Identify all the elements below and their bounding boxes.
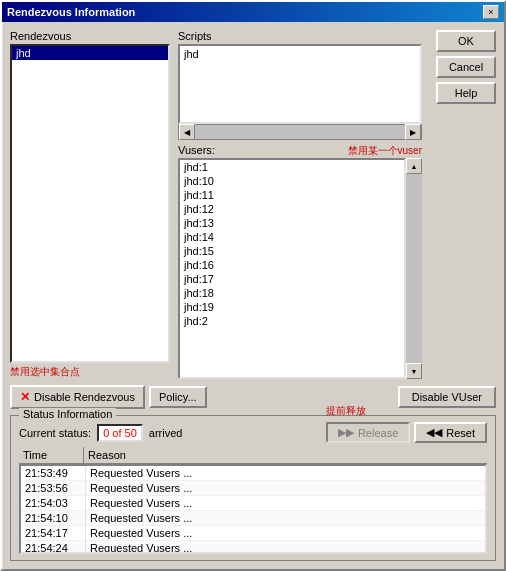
release-area: 提前释放 ▶▶ Release ◀◀ Reset: [326, 422, 487, 443]
disable-rendezvous-annotation: 禁用选中集合点: [10, 365, 170, 379]
title-bar-buttons: ×: [483, 5, 499, 19]
log-row: 21:54:17 Requested Vusers ...: [21, 526, 485, 541]
release-label: Release: [358, 427, 398, 439]
log-reason: Requested Vusers ...: [86, 481, 485, 495]
vusers-annotation: 禁用某一个vuser: [348, 144, 422, 158]
scroll-left-arrow[interactable]: ◀: [179, 124, 195, 140]
log-time: 21:54:17: [21, 526, 86, 540]
log-row: 21:54:10 Requested Vusers ...: [21, 511, 485, 526]
reset-label: Reset: [446, 427, 475, 439]
vscroll-down[interactable]: ▼: [406, 363, 422, 379]
button-column: OK Cancel Help: [436, 30, 496, 379]
vuser-item[interactable]: jhd:2: [180, 314, 404, 328]
rendezvous-listbox[interactable]: jhd: [10, 44, 170, 363]
status-value: 0 of 50: [97, 424, 143, 442]
vusers-listbox[interactable]: jhd:1jhd:10jhd:11jhd:12jhd:13jhd:14jhd:1…: [178, 158, 406, 379]
scripts-scrollbar[interactable]: ◀ ▶: [178, 124, 422, 140]
log-time: 21:54:03: [21, 496, 86, 510]
log-time: 21:54:24: [21, 541, 86, 554]
scripts-label: Scripts: [178, 30, 422, 42]
log-row: 21:53:49 Requested Vusers ...: [21, 466, 485, 481]
log-list[interactable]: 21:53:49 Requested Vusers ... 21:53:56 R…: [19, 464, 487, 554]
log-row: 21:53:56 Requested Vusers ...: [21, 481, 485, 496]
policy-button[interactable]: Policy...: [149, 386, 207, 408]
log-reason: Requested Vusers ...: [86, 526, 485, 540]
vuser-item[interactable]: jhd:18: [180, 286, 404, 300]
vuser-item[interactable]: jhd:1: [180, 160, 404, 174]
cancel-button[interactable]: Cancel: [436, 56, 496, 78]
reset-icon: ◀◀: [426, 426, 442, 439]
dialog-content: Rendezvous jhd 禁用选中集合点 Scripts jhd ◀: [2, 22, 504, 569]
vscroll-up[interactable]: ▲: [406, 158, 422, 174]
disable-vuser-button[interactable]: Disable VUser: [398, 386, 496, 408]
vuser-item[interactable]: jhd:13: [180, 216, 404, 230]
ok-button[interactable]: OK: [436, 30, 496, 52]
release-button[interactable]: ▶▶ Release: [326, 422, 410, 443]
current-status-label: Current status:: [19, 427, 91, 439]
left-panel: Rendezvous jhd 禁用选中集合点: [10, 30, 170, 379]
log-time: 21:53:49: [21, 466, 86, 480]
vuser-item[interactable]: jhd:14: [180, 230, 404, 244]
vuser-item[interactable]: jhd:10: [180, 174, 404, 188]
vusers-scrollbar: ▲ ▼: [406, 158, 422, 379]
top-section: Rendezvous jhd 禁用选中集合点 Scripts jhd ◀: [10, 30, 496, 379]
dialog: Rendezvous Information × Rendezvous jhd …: [0, 0, 506, 571]
disable-rendezvous-label: Disable Rendezvous: [34, 391, 135, 403]
vuser-item[interactable]: jhd:12: [180, 202, 404, 216]
vuser-item[interactable]: jhd:11: [180, 188, 404, 202]
scripts-box: jhd: [178, 44, 422, 124]
scripts-section: Scripts jhd ◀ ▶: [178, 30, 422, 140]
log-time: 21:53:56: [21, 481, 86, 495]
status-legend: Status Information: [19, 408, 116, 420]
vscroll-track: [406, 174, 422, 363]
x-icon: ✕: [20, 390, 30, 404]
rendezvous-item[interactable]: jhd: [12, 46, 168, 60]
log-reason: Requested Vusers ...: [86, 511, 485, 525]
release-icon: ▶▶: [338, 426, 354, 439]
vusers-section: Vusers: 禁用某一个vuser jhd:1jhd:10jhd:11jhd:…: [178, 144, 422, 379]
log-reason: Requested Vusers ...: [86, 466, 485, 480]
vusers-with-scroll: jhd:1jhd:10jhd:11jhd:12jhd:13jhd:14jhd:1…: [178, 158, 422, 379]
action-row: ✕ Disable Rendezvous Policy... Disable V…: [10, 385, 496, 409]
status-group: Status Information Current status: 0 of …: [10, 415, 496, 561]
title-bar: Rendezvous Information ×: [2, 2, 504, 22]
log-reason: Requested Vusers ...: [86, 496, 485, 510]
disable-rendezvous-button[interactable]: ✕ Disable Rendezvous: [10, 385, 145, 409]
vusers-label: Vusers:: [178, 144, 215, 156]
rendezvous-label: Rendezvous: [10, 30, 170, 42]
vuser-item[interactable]: jhd:19: [180, 300, 404, 314]
log-row: 21:54:24 Requested Vusers ...: [21, 541, 485, 554]
log-col-reason: Reason: [84, 447, 487, 463]
vuser-item[interactable]: jhd:17: [180, 272, 404, 286]
right-panel: Scripts jhd ◀ ▶ Vusers: 禁用某一个vuse: [178, 30, 422, 379]
scroll-right-arrow[interactable]: ▶: [405, 124, 421, 140]
arrived-label: arrived: [149, 427, 183, 439]
vuser-item[interactable]: jhd:15: [180, 244, 404, 258]
scripts-item: jhd: [180, 46, 420, 62]
status-top-row: Current status: 0 of 50 arrived 提前释放 ▶▶ …: [19, 422, 487, 443]
close-button[interactable]: ×: [483, 5, 499, 19]
log-section: Time Reason 21:53:49 Requested Vusers ..…: [19, 447, 487, 554]
reset-button[interactable]: ◀◀ Reset: [414, 422, 487, 443]
scroll-track[interactable]: [195, 125, 405, 139]
vuser-item[interactable]: jhd:16: [180, 258, 404, 272]
log-header: Time Reason: [19, 447, 487, 464]
log-time: 21:54:10: [21, 511, 86, 525]
log-col-time: Time: [19, 447, 84, 463]
log-row: 21:54:03 Requested Vusers ...: [21, 496, 485, 511]
dialog-title: Rendezvous Information: [7, 6, 135, 18]
log-reason: Requested Vusers ...: [86, 541, 485, 554]
release-annotation: 提前释放: [326, 404, 366, 418]
help-button[interactable]: Help: [436, 82, 496, 104]
